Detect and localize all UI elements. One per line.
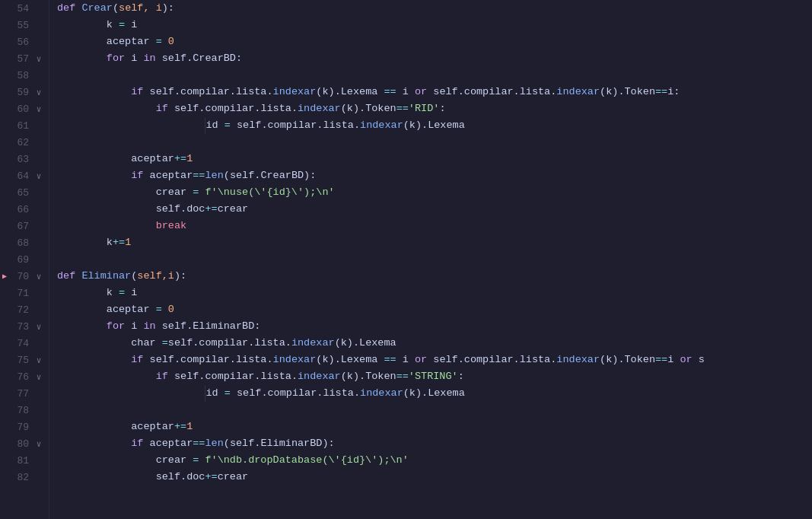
line-number: 71: [9, 285, 29, 301]
token-punct: .: [266, 84, 272, 100]
fold-toggle[interactable]: ∨: [37, 84, 42, 100]
token-punct: (: [224, 167, 230, 184]
breakpoint-indicator[interactable]: [0, 368, 9, 385]
breakpoint-indicator[interactable]: [0, 67, 9, 84]
breakpoint-indicator[interactable]: [0, 17, 9, 33]
token-punct: .: [261, 385, 267, 402]
token-var: aceptar: [107, 301, 156, 318]
token-var: [199, 184, 205, 201]
token-attr: compilar: [464, 352, 514, 368]
fold-toggle[interactable]: ∨: [37, 368, 42, 385]
breakpoint-indicator[interactable]: [0, 251, 9, 268]
token-punct: :: [673, 84, 680, 100]
breakpoint-indicator[interactable]: [0, 402, 9, 419]
breakpoint-indicator[interactable]: [0, 301, 9, 318]
token-kw: for: [107, 50, 131, 67]
fold-toggle[interactable]: ∨: [37, 352, 42, 368]
line-number: 61: [9, 117, 29, 134]
token-punct: ).: [347, 335, 359, 352]
breakpoint-indicator[interactable]: [0, 201, 9, 218]
token-kw: for: [107, 318, 131, 335]
code-line: id = self.compilar.lista.indexar(k).Lexe…: [57, 385, 812, 402]
fold-toggle[interactable]: ∨: [37, 50, 42, 67]
token-num: 0: [168, 301, 174, 318]
breakpoint-indicator[interactable]: [0, 385, 9, 402]
line-number: 66: [9, 201, 29, 218]
breakpoint-indicator[interactable]: [0, 134, 9, 151]
breakpoint-indicator[interactable]: [0, 435, 9, 452]
code-line: [57, 134, 812, 151]
breakpoint-indicator[interactable]: [0, 151, 9, 167]
token-attr: CrearBD: [260, 167, 304, 184]
token-punct: :: [236, 50, 242, 67]
code-line: crear = f'\ndb.dropDatabase(\'{id}\');\n…: [57, 452, 812, 469]
breakpoint-indicator[interactable]: [0, 469, 9, 486]
token-var: i: [396, 84, 415, 100]
token-var: i: [667, 84, 673, 100]
code-line: if self.compilar.lista.indexar(k).Token=…: [57, 368, 812, 385]
fold-toggle[interactable]: ∨: [37, 318, 42, 335]
token-attr: lista: [260, 100, 291, 117]
token-punct: .: [180, 469, 186, 486]
fold-toggle[interactable]: ∨: [37, 100, 42, 117]
code-line: char =self.compilar.lista.indexar(k).Lex…: [57, 335, 812, 352]
breakpoint-indicator[interactable]: ▶: [0, 268, 9, 285]
editor-gutter: ▶545556575859606162636465666768697071727…: [0, 0, 49, 519]
breakpoint-indicator[interactable]: [0, 50, 9, 67]
token-kw: or: [415, 352, 433, 368]
line-number: 69: [9, 251, 29, 268]
breakpoint-indicator[interactable]: [0, 184, 9, 201]
token-eq: =: [193, 452, 199, 469]
code-line: if aceptar==len(self.EliminarBD):: [57, 435, 812, 452]
breakpoint-indicator[interactable]: [0, 167, 9, 184]
token-punct: .: [458, 84, 464, 100]
fold-toggle[interactable]: ∨: [37, 435, 42, 452]
token-var: self: [156, 201, 180, 218]
token-attr: compilar: [205, 368, 254, 385]
token-kw: if: [131, 435, 149, 452]
breakpoint-indicator[interactable]: [0, 352, 9, 368]
token-attr: Lexema: [428, 385, 465, 402]
breakpoint-indicator[interactable]: [0, 218, 9, 234]
token-punct: .: [199, 100, 205, 117]
code-content[interactable]: def Crear(self, i): k = i aceptar = 0 fo…: [49, 0, 812, 519]
line-number: 77: [9, 385, 29, 402]
token-var: i: [125, 285, 137, 301]
code-line: self.doc+=crear: [57, 201, 812, 218]
token-method: indexar: [556, 84, 600, 100]
token-kw: def: [57, 0, 81, 17]
breakpoint-indicator[interactable]: [0, 84, 9, 100]
code-line: if self.compilar.lista.indexar(k).Lexema…: [57, 84, 812, 100]
token-punct: ):: [162, 0, 174, 17]
breakpoint-indicator[interactable]: [0, 0, 9, 17]
token-punct: (: [600, 84, 606, 100]
code-line: for i in self.EliminarBD:: [57, 318, 812, 335]
breakpoint-indicator[interactable]: [0, 419, 9, 435]
token-punct: .: [174, 84, 180, 100]
breakpoint-indicator[interactable]: [0, 318, 9, 335]
line-number: 80: [9, 435, 29, 452]
breakpoint-indicator[interactable]: [0, 285, 9, 301]
token-var: self: [231, 117, 262, 134]
breakpoint-indicator[interactable]: [0, 234, 9, 251]
fold-toggle[interactable]: ∨: [37, 167, 42, 184]
token-var: [162, 301, 168, 318]
token-method: indexar: [360, 117, 403, 134]
fold-toggle[interactable]: ∨: [37, 268, 42, 285]
token-punct: .: [285, 335, 291, 352]
breakpoint-indicator[interactable]: [0, 117, 9, 134]
token-str: 'RID': [409, 100, 440, 117]
token-kw: if: [131, 167, 149, 184]
breakpoint-indicator[interactable]: [0, 335, 9, 352]
breakpoint-indicator[interactable]: [0, 100, 9, 117]
token-var: k: [322, 352, 328, 368]
token-eq: =: [156, 301, 162, 318]
token-punct: .: [317, 385, 323, 402]
breakpoint-indicator[interactable]: [0, 33, 9, 50]
line-number: 62: [9, 134, 29, 151]
breakpoint-indicator[interactable]: [0, 452, 9, 469]
code-line: aceptar+=1: [57, 419, 812, 435]
token-var: k: [606, 84, 612, 100]
token-var: self: [150, 84, 174, 100]
token-punct: ).: [353, 368, 365, 385]
